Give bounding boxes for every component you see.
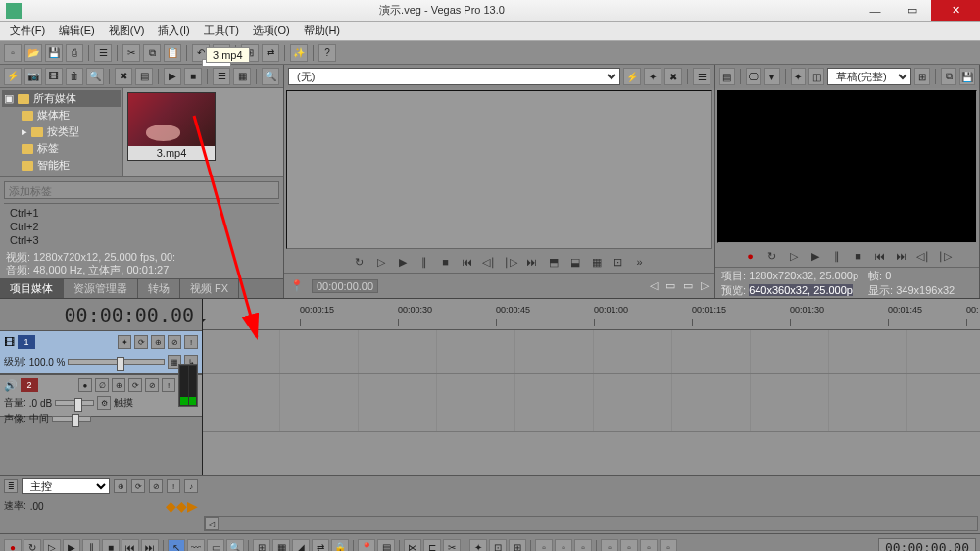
automation-icon[interactable]: ⟳ [128,378,142,392]
add-video-icon[interactable]: ⬒ [545,253,563,271]
master-select[interactable]: 主控 [22,478,110,494]
marker-prev-icon[interactable]: ◁ [205,517,219,530]
loop-icon[interactable]: ↻ [763,247,781,265]
cut-icon[interactable]: ✂ [122,44,140,62]
close-button[interactable]: ✕ [931,0,980,21]
invert-phase-icon[interactable]: ∅ [95,378,109,392]
stop-icon[interactable]: ■ [850,247,867,265]
autoripple-icon[interactable]: ⇄ [312,539,329,552]
solo-icon[interactable]: ! [184,335,198,349]
bus-dim-icon[interactable]: ♪ [184,479,198,493]
arm-record-icon[interactable]: ● [78,378,92,392]
save-snapshot-icon[interactable]: 💾 [959,68,975,85]
track-fx-icon[interactable]: ⊕ [151,335,165,349]
remove-icon[interactable]: 🗑 [66,68,83,85]
vol-slider[interactable] [55,400,94,406]
split-icon[interactable]: ✂ [443,539,461,552]
event-fx-icon[interactable]: ✦ [469,539,487,552]
next-frame-icon[interactable]: ∣▷ [936,247,954,265]
track-fx-icon[interactable]: ⊕ [112,378,125,392]
bus-solo-icon[interactable]: ! [167,479,180,493]
audio-track-header[interactable]: 🔊 2 ● ∅ ⊕ ⟳ ⊘ ! 音量: .0 dB ⚙ 触摸 声像: 中间 [0,374,202,417]
open-icon[interactable]: 📂 [24,44,42,62]
play-icon[interactable]: ▶ [807,247,824,265]
play-start-icon[interactable]: ▷ [785,247,803,265]
mute-icon[interactable]: ⊘ [168,335,181,349]
play-icon[interactable]: ▶ [63,539,80,552]
pause-icon[interactable]: ∥ [416,253,433,271]
lock-icon[interactable]: 🔒 [331,539,349,552]
views-icon[interactable]: ☰ [213,68,230,85]
fit-icon[interactable]: ⊡ [610,253,627,271]
split-icon[interactable]: ◫ [808,68,824,85]
bus-icon[interactable]: ≣ [4,479,18,493]
go-start-icon[interactable]: ⏮ [122,539,139,552]
playhead-cursor[interactable] [202,299,203,475]
new-icon[interactable]: ▫ [4,44,22,62]
tree-item-by-type[interactable]: ▸按类型 [2,124,121,140]
menu-help[interactable]: 帮助(H) [298,22,346,40]
automation-icon[interactable]: ⟳ [134,335,148,349]
add-audio-icon[interactable]: ⬓ [566,253,584,271]
pan-slider[interactable] [52,416,91,422]
preview-fx-icon[interactable]: ✦ [791,68,807,85]
delete-icon[interactable]: ✖ [115,68,132,85]
minimize-button[interactable]: — [857,0,894,21]
loop-icon[interactable]: ↻ [351,253,368,271]
preview-props-icon[interactable]: ▤ [719,68,735,85]
bus-auto-icon[interactable]: ⟳ [131,479,145,493]
go-end-icon[interactable]: ⏭ [141,539,159,552]
menu-tools[interactable]: 工具(T) [198,22,245,40]
tab-video-fx[interactable]: 视频 FX [180,279,239,298]
automation-mode-icon[interactable]: ⚙ [97,396,111,410]
preview-ext-icon[interactable]: ▾ [764,68,780,85]
quantize-icon[interactable]: ▦ [272,539,290,552]
mute-icon[interactable]: ⊘ [145,378,159,392]
bypass-fx-icon[interactable]: ✦ [118,335,131,349]
region-icon[interactable]: ▤ [377,539,395,552]
menu-insert[interactable]: 插入(I) [152,22,195,40]
get-media-icon[interactable]: 🎞 [45,68,63,85]
event-pan-icon[interactable]: ⊡ [489,539,507,552]
tool1-icon[interactable]: ▫ [535,539,553,552]
maximize-button[interactable]: ▭ [894,0,931,21]
stop-icon[interactable]: ■ [184,68,202,85]
tool2-icon[interactable]: ▫ [555,539,572,552]
marker-icon[interactable]: 📍 [358,539,375,552]
record-icon[interactable]: ● [4,539,22,552]
play-start-icon[interactable]: ▷ [43,539,61,552]
properties-icon[interactable]: ▤ [135,68,153,85]
video-preview[interactable] [717,90,977,243]
group-icon[interactable]: ⊞ [509,539,526,552]
fx-bypass-icon[interactable]: ⚡ [623,68,641,85]
stop-icon[interactable]: ■ [437,253,455,271]
crossfade-icon[interactable]: ⋈ [404,539,421,552]
snap-toggle-icon[interactable]: ⊞ [253,539,270,552]
trimmer-menu-icon[interactable]: ☰ [693,68,710,85]
zoom-tool-icon[interactable]: 🔍 [226,539,244,552]
play-icon[interactable]: ▶ [394,253,412,271]
timeline-area[interactable]: 00:00:15 00:00:30 00:00:45 00:01:00 00:0… [202,299,980,475]
nav-icon[interactable]: ▭ [665,279,675,292]
tab-project-media[interactable]: 项目媒体 [0,279,64,298]
bottom-timecode[interactable]: 00:00:00.00 [878,538,976,551]
prev-frame-icon[interactable]: ◁∣ [914,247,932,265]
selection-tool-icon[interactable]: ▭ [207,539,224,552]
media-thumb-area[interactable]: 3.mp4 [123,88,283,176]
play-start-icon[interactable]: ▷ [372,253,390,271]
nav-icon[interactable]: ◁ [650,279,658,292]
solo-icon[interactable]: ! [162,378,175,392]
tool7-icon[interactable]: ▫ [660,539,677,552]
preview-quality-select[interactable]: 草稿(完整) [827,68,911,85]
paste-icon[interactable]: 📋 [164,44,181,62]
render-icon[interactable]: ⎙ [66,44,83,62]
menu-options[interactable]: 选项(O) [247,22,296,40]
copy-icon[interactable]: ⧉ [143,44,161,62]
prev-frame-icon[interactable]: ◁∣ [480,253,498,271]
tree-item-bins[interactable]: 媒体柜 [2,107,121,124]
tool6-icon[interactable]: ▫ [640,539,658,552]
scrub-icon[interactable]: ◆◆▶ [166,498,198,514]
tab-explorer[interactable]: 资源管理器 [64,279,138,298]
wand-icon[interactable]: ✨ [290,44,308,62]
envelope-tool-icon[interactable]: 〰 [187,539,205,552]
